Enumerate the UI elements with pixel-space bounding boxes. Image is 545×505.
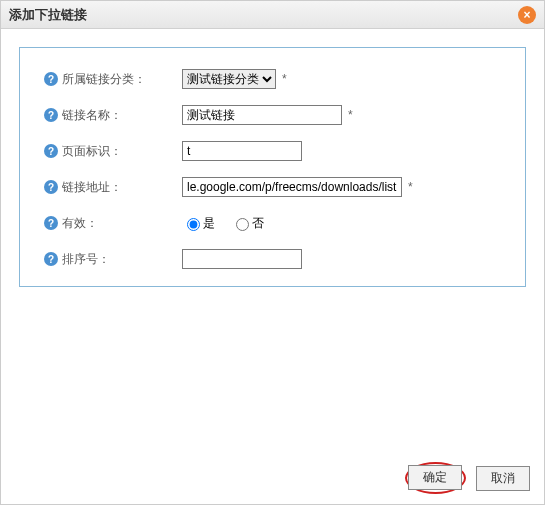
- row-category: ? 所属链接分类： 测试链接分类 *: [44, 68, 509, 90]
- close-icon[interactable]: ×: [518, 6, 536, 24]
- input-url[interactable]: [182, 177, 402, 197]
- radio-group-enabled: 是 否: [182, 215, 276, 232]
- radio-no-label[interactable]: 否: [231, 215, 264, 232]
- required-mark: *: [408, 180, 413, 194]
- form-panel: ? 所属链接分类： 测试链接分类 * ? 链接名称： * ? 页面标识： ? 链…: [19, 47, 526, 287]
- radio-yes[interactable]: [187, 218, 200, 231]
- row-name: ? 链接名称： *: [44, 104, 509, 126]
- row-enabled: ? 有效： 是 否: [44, 212, 509, 234]
- title-bar: 添加下拉链接 ×: [1, 1, 544, 29]
- cancel-button[interactable]: 取消: [476, 466, 530, 491]
- help-icon[interactable]: ?: [44, 180, 58, 194]
- row-pageid: ? 页面标识：: [44, 140, 509, 162]
- radio-no[interactable]: [236, 218, 249, 231]
- input-name[interactable]: [182, 105, 342, 125]
- dialog: 添加下拉链接 × ? 所属链接分类： 测试链接分类 * ? 链接名称： * ? …: [0, 0, 545, 505]
- ok-button[interactable]: 确定: [408, 465, 462, 490]
- help-icon[interactable]: ?: [44, 108, 58, 122]
- label-order: 排序号：: [62, 251, 182, 268]
- label-url: 链接地址：: [62, 179, 182, 196]
- ok-highlight: 确定: [405, 462, 466, 494]
- label-pageid: 页面标识：: [62, 143, 182, 160]
- input-order[interactable]: [182, 249, 302, 269]
- help-icon[interactable]: ?: [44, 216, 58, 230]
- required-mark: *: [282, 72, 287, 86]
- label-enabled: 有效：: [62, 215, 182, 232]
- required-mark: *: [348, 108, 353, 122]
- dialog-footer: 确定 取消: [405, 462, 530, 494]
- row-order: ? 排序号：: [44, 248, 509, 270]
- help-icon[interactable]: ?: [44, 252, 58, 266]
- row-url: ? 链接地址： *: [44, 176, 509, 198]
- input-pageid[interactable]: [182, 141, 302, 161]
- label-name: 链接名称：: [62, 107, 182, 124]
- help-icon[interactable]: ?: [44, 144, 58, 158]
- help-icon[interactable]: ?: [44, 72, 58, 86]
- label-category: 所属链接分类：: [62, 71, 182, 88]
- radio-yes-label[interactable]: 是: [182, 215, 215, 232]
- select-category[interactable]: 测试链接分类: [182, 69, 276, 89]
- dialog-title: 添加下拉链接: [9, 6, 87, 24]
